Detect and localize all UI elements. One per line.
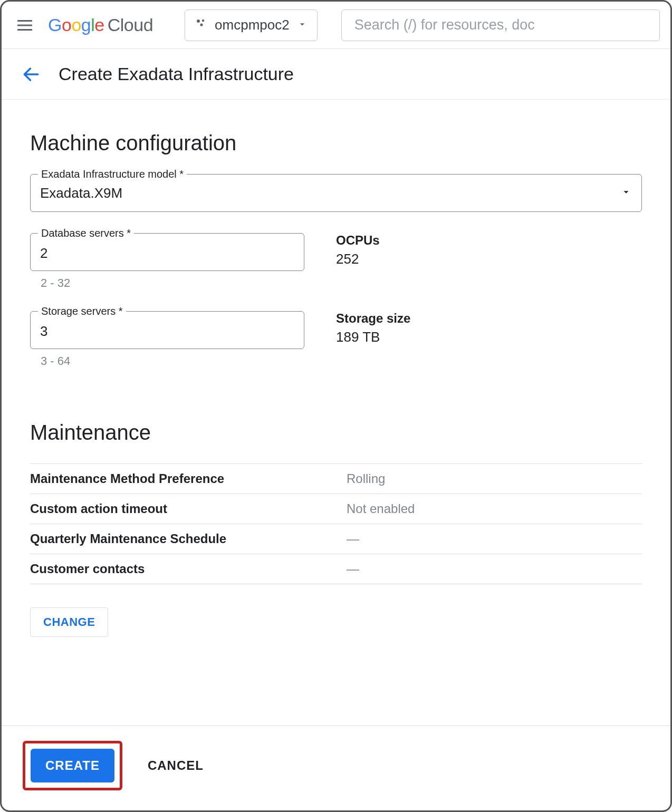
footer-bar: CREATE CANCEL (2, 726, 670, 805)
dropdown-caret-icon (297, 17, 308, 33)
top-header: Google Cloud omcpmpoc2 Search (/) for re… (2, 2, 670, 49)
svg-point-0 (197, 20, 200, 23)
project-selector[interactable]: omcpmpoc2 (185, 9, 318, 41)
storage-size-value: 189 TB (336, 329, 410, 345)
ocpus-value: 252 (336, 251, 380, 267)
maintenance-table: Maintenance Method Preference Rolling Cu… (30, 463, 642, 584)
menu-icon[interactable] (12, 13, 37, 38)
machine-config-title: Machine configuration (30, 131, 642, 155)
google-cloud-logo[interactable]: Google Cloud (48, 15, 153, 35)
create-highlight-box: CREATE (23, 741, 122, 790)
dropdown-caret-icon (620, 186, 632, 200)
database-servers-input[interactable]: Database servers * 2 (30, 233, 304, 271)
cancel-button[interactable]: CANCEL (148, 758, 204, 773)
page-title: Create Exadata Infrastructure (59, 64, 294, 84)
back-arrow-icon[interactable] (18, 62, 44, 87)
maintenance-row: Quarterly Maintenance Schedule — (30, 524, 642, 554)
storage-servers-label: Storage servers * (38, 305, 126, 317)
exadata-model-label: Exadata Infrastructure model * (38, 168, 187, 180)
svg-point-1 (202, 20, 204, 22)
storage-servers-input[interactable]: Storage servers * 3 (30, 311, 304, 349)
database-servers-label: Database servers * (38, 227, 134, 239)
maintenance-row: Custom action timeout Not enabled (30, 494, 642, 524)
maintenance-row: Maintenance Method Preference Rolling (30, 463, 642, 494)
exadata-model-value: Exadata.X9M (40, 185, 122, 201)
maintenance-row: Customer contacts — (30, 554, 642, 584)
change-button[interactable]: CHANGE (30, 607, 108, 637)
storage-size-label: Storage size (336, 311, 410, 326)
exadata-model-select[interactable]: Exadata Infrastructure model * Exadata.X… (30, 174, 642, 212)
svg-point-2 (200, 23, 203, 26)
storage-size-readout: Storage size 189 TB (336, 311, 410, 345)
ocpus-label: OCPUs (336, 233, 380, 248)
storage-servers-helper: 3 - 64 (41, 354, 304, 368)
database-servers-helper: 2 - 32 (41, 276, 304, 290)
storage-servers-value: 3 (40, 323, 47, 340)
search-input[interactable]: Search (/) for resources, doc (341, 9, 660, 41)
database-servers-value: 2 (40, 245, 47, 262)
project-name: omcpmpoc2 (215, 17, 290, 33)
search-placeholder: Search (/) for resources, doc (354, 17, 535, 33)
ocpus-readout: OCPUs 252 (336, 233, 380, 267)
maintenance-title: Maintenance (30, 421, 642, 444)
create-button[interactable]: CREATE (31, 749, 114, 782)
page-sub-header: Create Exadata Infrastructure (2, 49, 670, 100)
content-area: Machine configuration Exadata Infrastruc… (2, 100, 670, 637)
project-icon (195, 17, 207, 33)
